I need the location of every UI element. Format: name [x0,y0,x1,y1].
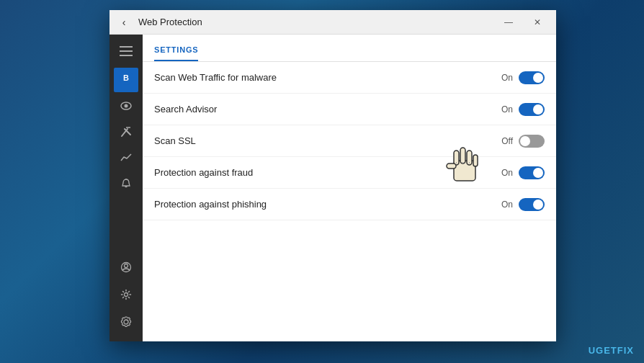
tab-bar: SETTINGS [143,35,556,62]
setting-row-3: Protection against fraud On [143,157,556,189]
bell-icon [120,178,132,189]
toggle-4[interactable] [519,198,545,211]
minimize-button[interactable]: — [496,13,522,32]
window-controls: — ✕ [496,13,550,32]
setting-row-1: Search Advisor On [143,94,556,125]
setting-status-2: Off [501,136,513,146]
setting-status-3: On [501,168,513,178]
toggle-thumb-3 [533,168,543,178]
svg-point-7 [125,264,128,268]
hamburger-line-3 [120,55,133,56]
sidebar-icon-bell[interactable] [114,171,138,196]
sidebar-icon-profile[interactable] [114,255,138,279]
svg-point-9 [124,320,128,324]
close-button[interactable]: ✕ [524,13,550,32]
setting-row-0: Scan Web Traffic for malware On [143,62,556,94]
setting-label-1: Search Advisor [154,104,501,115]
toggle-0[interactable] [519,71,545,84]
sidebar-bottom [114,255,138,341]
watermark: UGETFIX [589,345,634,356]
back-button[interactable]: ‹ [115,14,133,31]
content-wrapper: B [109,35,556,341]
tools-icon [120,126,132,138]
setting-status-4: On [501,200,513,210]
sidebar-icon-chart[interactable] [114,145,138,170]
setting-row-4: Protection against phishing On [143,189,556,220]
toggle-thumb-1 [533,104,543,115]
gear2-icon [120,316,132,328]
setting-label-0: Scan Web Traffic for malware [154,72,501,83]
sidebar-icon-b[interactable]: B [114,68,138,92]
sidebar-icon-gear2[interactable] [114,310,138,334]
chart-icon [120,152,132,163]
setting-status-1: On [501,104,513,115]
svg-point-8 [125,293,128,297]
setting-status-0: On [501,73,513,83]
settings-list: Scan Web Traffic for malware On Search A… [143,62,556,341]
title-bar: ‹ Web Protection — ✕ [109,10,556,35]
watermark-accent: ET [604,345,617,356]
svg-point-1 [125,104,128,108]
hamburger-menu[interactable] [114,40,138,62]
toggle-2[interactable] [519,135,545,148]
toggle-thumb-2 [520,136,530,146]
toggle-thumb-4 [533,200,543,210]
sidebar: B [109,35,143,341]
setting-label-3: Protection against fraud [154,167,501,178]
setting-label-2: Scan SSL [154,135,501,146]
main-panel: SETTINGS Scan Web Traffic for malware On… [143,35,556,341]
hamburger-line-1 [120,46,133,48]
sidebar-icon-settings[interactable] [114,282,138,307]
sidebar-icon-eye[interactable] [114,94,138,118]
tab-settings[interactable]: SETTINGS [154,45,198,61]
setting-row-2: Scan SSL Off [143,125,556,157]
toggle-3[interactable] [519,166,545,179]
settings-icon [120,289,132,300]
toggle-thumb-0 [533,73,543,83]
profile-icon [120,261,132,273]
eye-icon [120,100,132,112]
hamburger-line-2 [120,50,133,52]
watermark-text: UGETFIX [589,345,634,356]
sidebar-icon-tools[interactable] [114,120,138,144]
toggle-1[interactable] [519,103,545,116]
app-window: ‹ Web Protection — ✕ B [109,10,556,341]
setting-label-4: Protection against phishing [154,199,501,210]
window-title: Web Protection [138,17,496,27]
b-badge: B [119,71,133,85]
